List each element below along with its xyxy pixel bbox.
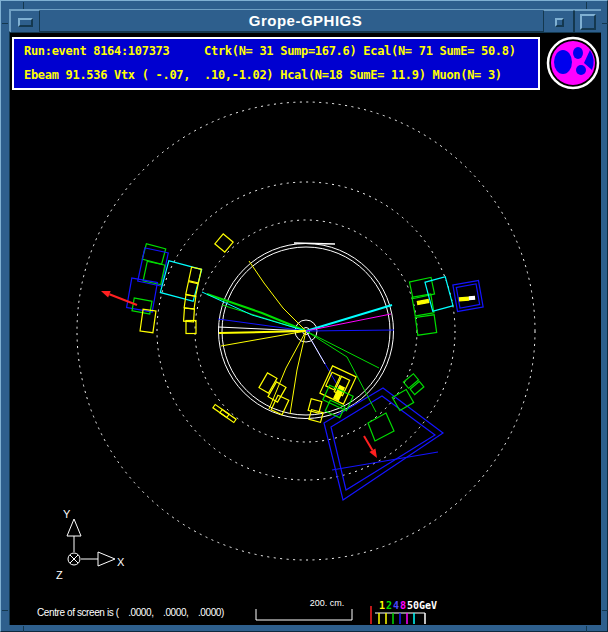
sector-divider (332, 452, 438, 470)
particle-track (249, 261, 306, 331)
axis-x-label: X (117, 556, 125, 568)
calorimeter-box (215, 234, 233, 252)
event-info-panel: Run:event 8164:107373 Ctrk(N= 31 Sump=16… (12, 37, 540, 90)
particle-track (290, 331, 306, 414)
axis-y-arrow (67, 519, 81, 536)
event-info-line2: Ebeam 91.536 Vtx ( -.07, .10,-1.02) Hcal… (14, 64, 538, 87)
frame-notch (602, 610, 608, 611)
frame-notch (602, 23, 608, 24)
calorimeter-box (309, 410, 323, 423)
frame-notch (23, 2, 24, 9)
muon-chamber-sector (324, 388, 443, 500)
calorimeter-box (259, 373, 277, 393)
muon-chamber-sector (368, 413, 394, 441)
calorimeter-box (410, 381, 424, 394)
calorimeter-box (268, 382, 286, 402)
momentum-arrow-head (369, 448, 377, 458)
calorimeter-box (140, 309, 156, 333)
app-window: Grope-GPHIGS Run:event 8164:107373 Ctrk(… (0, 0, 608, 632)
axis-x-arrow (98, 552, 115, 566)
calorimeter-box (403, 374, 418, 388)
maximize-icon (580, 14, 596, 30)
window-resize-border-top[interactable] (1, 1, 608, 9)
minimize-icon (555, 18, 564, 27)
frame-notch (2, 610, 8, 611)
window-resize-border-left[interactable] (1, 1, 9, 632)
calorimeter-box (143, 261, 165, 284)
client-area: Run:event 8164:107373 Ctrk(N= 31 Sump=16… (9, 32, 601, 625)
maximize-button[interactable] (574, 10, 601, 32)
energy-legend-value: 4 (393, 600, 399, 611)
axis-z-label: Z (56, 569, 63, 581)
frame-notch (23, 626, 24, 632)
calorimeter-box (186, 321, 196, 334)
frame-notch (2, 23, 8, 24)
particle-track (219, 331, 306, 333)
opal-logo-counter-o (554, 50, 572, 74)
frame-notch (586, 2, 587, 9)
calorimeter-box (184, 308, 195, 322)
energy-legend-value: 2 (386, 600, 392, 611)
particle-track (269, 331, 306, 409)
frame-notch (586, 626, 587, 632)
event-display[interactable]: YXZ (10, 94, 602, 626)
energy-legend-value: 50 (407, 600, 419, 611)
window-resize-border-right[interactable] (601, 1, 608, 632)
particle-track (306, 314, 391, 331)
scale-bar-label: 200. cm. (279, 598, 375, 608)
detector-chord (294, 243, 335, 244)
energy-legend-value: 8 (400, 600, 406, 611)
calorimeter-box (415, 315, 436, 335)
momentum-arrow-head (101, 291, 111, 298)
momentum-arrow (109, 294, 137, 305)
calorimeter-box (417, 300, 428, 305)
opal-logo (546, 36, 600, 90)
particle-track (306, 330, 394, 331)
window-resize-border-bottom[interactable] (1, 625, 608, 632)
energy-legend-value: 1 (379, 600, 385, 611)
window-title: Grope-GPHIGS (10, 12, 601, 29)
axis-y-label: Y (63, 508, 71, 520)
opal-logo-counter-a (576, 65, 586, 75)
energy-legend-value: GeV (419, 600, 437, 611)
calorimeter-box (469, 296, 474, 299)
calorimeter-box (456, 284, 479, 308)
event-info-line1: Run:event 8164:107373 Ctrk(N= 31 Sump=16… (14, 40, 538, 63)
opal-logo-counter-p (573, 47, 583, 59)
minimize-button[interactable] (543, 10, 574, 32)
calorimeter-box (142, 244, 165, 265)
calorimeter-box (392, 390, 413, 411)
momentum-arrow (364, 436, 372, 450)
window-titlebar[interactable]: Grope-GPHIGS (9, 9, 601, 32)
calorimeter-box (459, 297, 468, 301)
particle-track (306, 305, 392, 331)
status-bar: Centre of screen is ( .0000, .0000, .000… (37, 607, 224, 618)
